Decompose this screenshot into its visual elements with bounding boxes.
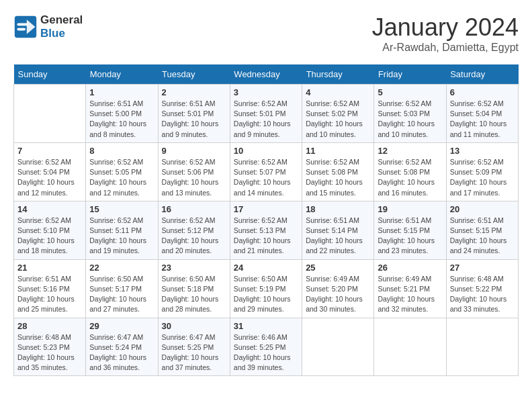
weekday-thursday: Thursday [302, 64, 374, 85]
calendar-cell: 12Sunrise: 6:52 AMSunset: 5:08 PMDayligh… [374, 142, 446, 201]
svg-rect-2 [17, 24, 28, 26]
day-number: 14 [17, 204, 82, 214]
day-number: 4 [306, 87, 370, 97]
day-number: 29 [89, 321, 154, 331]
calendar-cell: 31Sunrise: 6:46 AMSunset: 5:25 PMDayligh… [230, 318, 302, 376]
calendar-cell: 25Sunrise: 6:49 AMSunset: 5:20 PMDayligh… [302, 259, 374, 318]
calendar-cell: 6Sunrise: 6:52 AMSunset: 5:04 PMDaylight… [446, 85, 518, 143]
day-info: Sunrise: 6:47 AMSunset: 5:25 PMDaylight:… [162, 332, 226, 373]
calendar-cell: 2Sunrise: 6:51 AMSunset: 5:01 PMDaylight… [158, 85, 230, 143]
day-info: Sunrise: 6:51 AMSunset: 5:15 PMDaylight:… [450, 216, 515, 257]
day-info: Sunrise: 6:52 AMSunset: 5:08 PMDaylight:… [306, 157, 370, 198]
week-row-1: 1Sunrise: 6:51 AMSunset: 5:00 PMDaylight… [14, 85, 519, 143]
day-info: Sunrise: 6:51 AMSunset: 5:14 PMDaylight:… [306, 216, 370, 257]
day-number: 1 [89, 87, 154, 97]
day-info: Sunrise: 6:51 AMSunset: 5:16 PMDaylight:… [17, 274, 82, 315]
week-row-3: 14Sunrise: 6:52 AMSunset: 5:10 PMDayligh… [14, 201, 519, 259]
calendar-cell: 17Sunrise: 6:52 AMSunset: 5:13 PMDayligh… [230, 201, 302, 259]
day-number: 23 [162, 263, 226, 273]
day-info: Sunrise: 6:52 AMSunset: 5:09 PMDaylight:… [450, 157, 515, 198]
weekday-friday: Friday [374, 64, 446, 85]
day-info: Sunrise: 6:52 AMSunset: 5:11 PMDaylight:… [89, 216, 154, 257]
day-info: Sunrise: 6:52 AMSunset: 5:06 PMDaylight:… [162, 157, 226, 198]
calendar-cell: 20Sunrise: 6:51 AMSunset: 5:15 PMDayligh… [446, 201, 518, 259]
day-number: 28 [17, 321, 82, 331]
calendar-cell: 1Sunrise: 6:51 AMSunset: 5:00 PMDaylight… [86, 85, 158, 143]
page-header: General Blue January 2024 Ar-Rawdah, Dam… [13, 13, 519, 54]
calendar-cell: 7Sunrise: 6:52 AMSunset: 5:04 PMDaylight… [14, 142, 86, 201]
logo: General Blue [13, 13, 83, 40]
day-info: Sunrise: 6:52 AMSunset: 5:04 PMDaylight:… [450, 99, 515, 140]
calendar-cell: 24Sunrise: 6:50 AMSunset: 5:19 PMDayligh… [230, 259, 302, 318]
day-number: 20 [450, 204, 515, 214]
day-number: 31 [234, 321, 298, 331]
calendar-cell: 9Sunrise: 6:52 AMSunset: 5:06 PMDaylight… [158, 142, 230, 201]
day-number: 18 [306, 204, 370, 214]
day-info: Sunrise: 6:50 AMSunset: 5:17 PMDaylight:… [89, 274, 154, 315]
calendar-cell: 16Sunrise: 6:52 AMSunset: 5:12 PMDayligh… [158, 201, 230, 259]
day-info: Sunrise: 6:52 AMSunset: 5:02 PMDaylight:… [306, 99, 370, 140]
day-info: Sunrise: 6:49 AMSunset: 5:20 PMDaylight:… [306, 274, 370, 315]
calendar-body: 1Sunrise: 6:51 AMSunset: 5:00 PMDaylight… [14, 85, 519, 376]
day-info: Sunrise: 6:52 AMSunset: 5:03 PMDaylight:… [378, 99, 442, 140]
calendar-cell: 18Sunrise: 6:51 AMSunset: 5:14 PMDayligh… [302, 201, 374, 259]
calendar-cell: 13Sunrise: 6:52 AMSunset: 5:09 PMDayligh… [446, 142, 518, 201]
day-info: Sunrise: 6:52 AMSunset: 5:08 PMDaylight:… [378, 157, 442, 198]
day-number: 8 [89, 146, 154, 156]
day-number: 17 [234, 204, 298, 214]
calendar-cell [302, 318, 374, 376]
day-info: Sunrise: 6:51 AMSunset: 5:01 PMDaylight:… [162, 99, 226, 140]
day-number: 11 [306, 146, 370, 156]
day-number: 15 [89, 204, 154, 214]
calendar-table: SundayMondayTuesdayWednesdayThursdayFrid… [13, 64, 519, 376]
day-info: Sunrise: 6:46 AMSunset: 5:25 PMDaylight:… [234, 332, 298, 373]
day-info: Sunrise: 6:49 AMSunset: 5:21 PMDaylight:… [378, 274, 442, 315]
calendar-cell: 29Sunrise: 6:47 AMSunset: 5:24 PMDayligh… [86, 318, 158, 376]
logo-text: General Blue [40, 13, 83, 40]
calendar-cell: 4Sunrise: 6:52 AMSunset: 5:02 PMDaylight… [302, 85, 374, 143]
day-number: 27 [450, 263, 515, 273]
calendar-cell: 26Sunrise: 6:49 AMSunset: 5:21 PMDayligh… [374, 259, 446, 318]
day-info: Sunrise: 6:48 AMSunset: 5:22 PMDaylight:… [450, 274, 515, 315]
weekday-header-row: SundayMondayTuesdayWednesdayThursdayFrid… [14, 64, 519, 85]
calendar-cell [14, 85, 86, 143]
weekday-wednesday: Wednesday [230, 64, 302, 85]
week-row-5: 28Sunrise: 6:48 AMSunset: 5:23 PMDayligh… [14, 318, 519, 376]
day-info: Sunrise: 6:47 AMSunset: 5:24 PMDaylight:… [89, 332, 154, 373]
day-number: 22 [89, 263, 154, 273]
calendar-cell: 22Sunrise: 6:50 AMSunset: 5:17 PMDayligh… [86, 259, 158, 318]
day-number: 30 [162, 321, 226, 331]
day-number: 25 [306, 263, 370, 273]
weekday-tuesday: Tuesday [158, 64, 230, 85]
day-number: 21 [17, 263, 82, 273]
day-number: 13 [450, 146, 515, 156]
day-number: 7 [17, 146, 82, 156]
weekday-monday: Monday [86, 64, 158, 85]
svg-rect-3 [17, 28, 26, 31]
month-title: January 2024 [372, 13, 519, 42]
logo-icon [13, 15, 38, 39]
calendar-cell: 10Sunrise: 6:52 AMSunset: 5:07 PMDayligh… [230, 142, 302, 201]
calendar-cell: 14Sunrise: 6:52 AMSunset: 5:10 PMDayligh… [14, 201, 86, 259]
weekday-saturday: Saturday [446, 64, 518, 85]
calendar-cell: 27Sunrise: 6:48 AMSunset: 5:22 PMDayligh… [446, 259, 518, 318]
day-number: 26 [378, 263, 442, 273]
calendar-cell [374, 318, 446, 376]
day-info: Sunrise: 6:51 AMSunset: 5:15 PMDaylight:… [378, 216, 442, 257]
calendar-cell: 28Sunrise: 6:48 AMSunset: 5:23 PMDayligh… [14, 318, 86, 376]
day-info: Sunrise: 6:52 AMSunset: 5:05 PMDaylight:… [89, 157, 154, 198]
title-block: January 2024 Ar-Rawdah, Damietta, Egypt [372, 13, 519, 54]
week-row-2: 7Sunrise: 6:52 AMSunset: 5:04 PMDaylight… [14, 142, 519, 201]
calendar-cell: 15Sunrise: 6:52 AMSunset: 5:11 PMDayligh… [86, 201, 158, 259]
calendar-cell: 11Sunrise: 6:52 AMSunset: 5:08 PMDayligh… [302, 142, 374, 201]
day-info: Sunrise: 6:50 AMSunset: 5:19 PMDaylight:… [234, 274, 298, 315]
day-info: Sunrise: 6:48 AMSunset: 5:23 PMDaylight:… [17, 332, 82, 373]
calendar-cell: 5Sunrise: 6:52 AMSunset: 5:03 PMDaylight… [374, 85, 446, 143]
calendar-cell: 19Sunrise: 6:51 AMSunset: 5:15 PMDayligh… [374, 201, 446, 259]
week-row-4: 21Sunrise: 6:51 AMSunset: 5:16 PMDayligh… [14, 259, 519, 318]
day-info: Sunrise: 6:52 AMSunset: 5:07 PMDaylight:… [234, 157, 298, 198]
day-number: 24 [234, 263, 298, 273]
calendar-cell: 3Sunrise: 6:52 AMSunset: 5:01 PMDaylight… [230, 85, 302, 143]
day-number: 19 [378, 204, 442, 214]
day-number: 2 [162, 87, 226, 97]
